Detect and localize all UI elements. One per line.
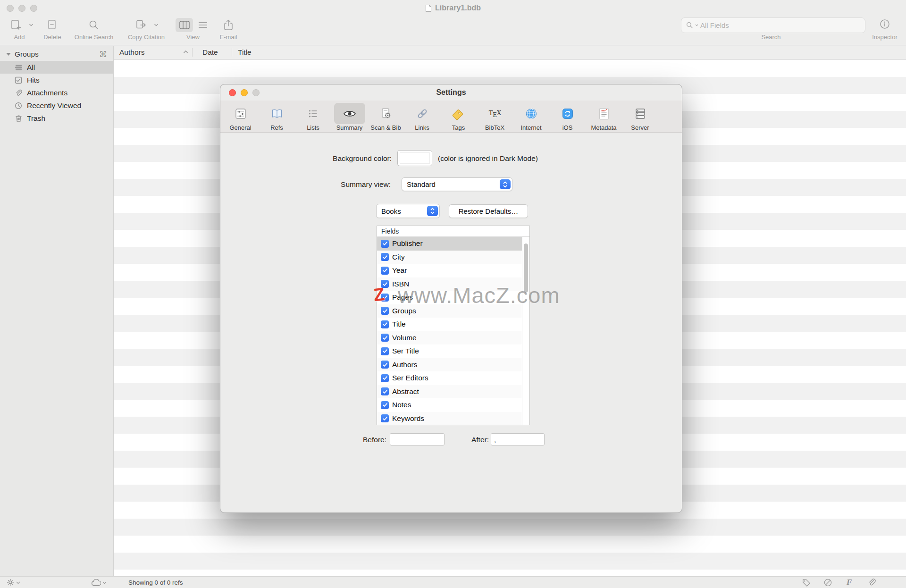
sidebar-item-all[interactable]: All [0,61,113,74]
online-search-icon[interactable] [88,18,100,32]
action-gear-icon[interactable] [7,579,14,586]
copy-citation-label: Copy Citation [128,34,165,41]
field-checkbox[interactable] [381,320,389,328]
search-input[interactable] [700,21,842,29]
authors-sort-icon [183,50,188,54]
tab-label: Tags [452,124,465,131]
tab-icon-box [516,103,547,124]
fields-table: Fields PublisherCityYearISBNPagesGroupsT… [377,226,530,425]
background-color-well[interactable] [397,150,432,166]
tab-tags[interactable]: Tags [440,101,477,132]
sync-icon [561,107,574,120]
field-checkbox[interactable] [381,387,389,395]
sidebar-item-attachments[interactable]: Attachments [0,86,113,99]
field-checkbox[interactable] [381,253,389,261]
field-checkbox[interactable] [381,347,389,355]
action-gear-chevron-icon[interactable] [16,581,20,584]
view-list-button[interactable] [194,18,211,32]
field-row-ser-editors[interactable]: Ser Editors [377,371,522,385]
field-row-volume[interactable]: Volume [377,331,522,345]
field-label: Ser Title [392,347,419,355]
tag-icon[interactable] [802,579,810,587]
tab-ios[interactable]: iOS [549,101,586,132]
tab-label: Internet [520,124,541,131]
summary-view-popup[interactable]: Standard [402,177,512,191]
inspector-icon[interactable] [880,19,890,29]
field-row-isbn[interactable]: ISBN [377,277,522,291]
settings-tabbar: GeneralRefsListsSummaryScan & BibLinksTa… [220,101,682,133]
cloud-sync-icon[interactable] [91,579,101,586]
search-field[interactable] [681,17,865,33]
tab-bibtex[interactable]: TEXBibTeX [477,101,513,132]
view-columns-button[interactable] [176,18,193,32]
groups-header-label: Groups [15,50,39,59]
tab-lists[interactable]: Lists [295,101,331,132]
field-checkbox[interactable] [381,280,389,288]
sidebar-items: AllHitsAttachmentsRecently ViewedTrash [0,61,113,125]
field-row-ser-title[interactable]: Ser Title [377,344,522,358]
field-row-city[interactable]: City [377,251,522,264]
paperclip-icon[interactable] [867,578,876,587]
groups-header[interactable]: Groups ⌘ [0,48,113,60]
tab-summary[interactable]: Summary [331,101,368,132]
restore-defaults-button[interactable]: Restore Defaults… [449,204,528,218]
scrollbar-thumb[interactable] [524,244,528,293]
tab-refs[interactable]: Refs [259,101,295,132]
field-row-publisher[interactable]: Publisher [377,237,522,251]
copy-citation-chevron-icon[interactable] [154,24,159,26]
field-row-groups[interactable]: Groups [377,304,522,318]
tab-general[interactable]: General [222,101,259,132]
sidebar-item-trash[interactable]: Trash [0,112,113,125]
add-icon[interactable] [10,18,22,32]
tab-icon-box: TEX [479,103,511,124]
tab-label: Refs [270,124,283,131]
sidebar-item-hits[interactable]: Hits [0,74,113,86]
field-checkbox[interactable] [381,361,389,369]
status-bar: Showing 0 of 0 refs F [0,576,906,588]
column-header-authors[interactable]: Authors [114,46,192,59]
field-row-pages[interactable]: Pages [377,291,522,304]
add-menu-chevron-icon[interactable] [29,24,34,26]
field-row-keywords[interactable]: Keywords [377,412,522,425]
field-checkbox[interactable] [381,374,389,382]
field-checkbox[interactable] [381,414,389,422]
cloud-chevron-icon[interactable] [102,581,107,584]
document-icon [425,4,432,12]
field-checkbox[interactable] [381,401,389,409]
tab-server[interactable]: Server [622,101,658,132]
field-row-authors[interactable]: Authors [377,358,522,372]
field-checkbox[interactable] [381,307,389,315]
column-header-title[interactable]: Title [232,46,252,59]
field-checkbox[interactable] [381,334,389,342]
field-checkbox[interactable] [381,240,389,248]
sidebar-item-recently-viewed[interactable]: Recently Viewed [0,99,113,112]
tab-links[interactable]: Links [404,101,440,132]
after-field[interactable]: , [491,433,545,445]
font-icon[interactable]: F [847,578,852,587]
svg-text:TEX: TEX [488,109,501,118]
fields-scrollbar[interactable] [522,237,529,425]
tab-scan-bib[interactable]: Scan & Bib [368,101,404,132]
email-share-icon[interactable] [223,18,234,32]
type-popup[interactable]: Books [376,204,440,218]
field-label: Authors [392,361,417,369]
summary-view-value: Standard [407,180,436,188]
field-row-abstract[interactable]: Abstract [377,385,522,399]
field-row-year[interactable]: Year [377,264,522,277]
view-columns-icon [179,21,190,29]
tab-metadata[interactable]: Metadata [586,101,622,132]
column-header-date[interactable]: Date [193,46,232,59]
before-field[interactable] [390,433,445,445]
field-row-title[interactable]: Title [377,318,522,331]
tab-internet[interactable]: Internet [513,101,549,132]
search-scope-chevron-icon[interactable] [695,24,698,26]
field-checkbox[interactable] [381,294,389,302]
copy-citation-icon[interactable] [135,18,147,32]
fields-table-header[interactable]: Fields [377,226,529,237]
annotate-circle-icon[interactable] [824,579,832,587]
delete-icon[interactable] [46,18,59,32]
disclosure-triangle-icon[interactable] [6,53,11,56]
field-row-notes[interactable]: Notes [377,398,522,412]
field-label: Keywords [392,414,424,423]
field-checkbox[interactable] [381,267,389,275]
